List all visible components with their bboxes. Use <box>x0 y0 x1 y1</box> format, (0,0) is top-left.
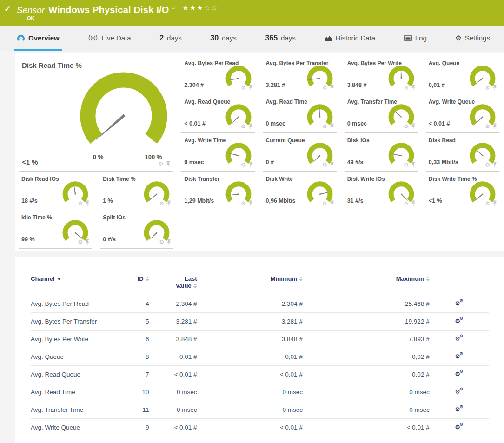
gauge-pin-icon[interactable] <box>166 200 171 206</box>
gauge-settings-gear-icon[interactable]: ⚙ <box>241 123 246 130</box>
tab-live-data[interactable]: Live Data <box>85 26 133 51</box>
priority-stars[interactable]: ★★★☆☆ <box>182 4 218 12</box>
gauge-settings-gear-icon[interactable]: ⚙ <box>241 162 246 168</box>
gauge-settings-gear-icon[interactable]: ⚙ <box>404 162 409 168</box>
channel-gauge[interactable]: Avg. Bytes Per Read 2.304 # ⚙ <box>181 56 255 94</box>
gauge-pin-icon[interactable] <box>411 85 416 91</box>
channel-gauge[interactable]: Avg. Write Time 0 msec ⚙ <box>181 133 255 172</box>
column-header-last-value[interactable]: Last Value <box>149 275 197 295</box>
gauge-pin-icon[interactable] <box>330 162 334 168</box>
gauge-pin-icon[interactable] <box>166 161 171 167</box>
channel-gauge[interactable]: Disk Time % 1 % ⚙ <box>100 172 173 210</box>
gauge-settings-gear-icon[interactable]: ⚙ <box>404 123 409 130</box>
channel-gauge[interactable]: Avg. Queue 0,01 # ⚙ <box>426 56 499 94</box>
favorite-flag-icon[interactable]: ⚐ <box>171 5 176 12</box>
gauge-settings-gear-icon[interactable]: ⚙ <box>322 123 327 130</box>
gauge-pin-icon[interactable] <box>492 200 497 206</box>
channel-gauge[interactable]: Disk Write Time % <1 % ⚙ <box>426 172 499 210</box>
channel-gauge[interactable]: Idle Time % 99 % ⚙ <box>19 210 92 249</box>
gauge-pin-icon[interactable] <box>330 123 334 129</box>
sort-icon <box>426 277 430 282</box>
gauge-pin-icon[interactable] <box>492 123 497 129</box>
sensor-header-bar: ✓ SensorWindows Physical Disk I/O⚐★★★☆☆ … <box>0 0 504 26</box>
cell-channel: Avg. Bytes Per Read <box>31 295 120 313</box>
gauge-settings-gear-icon[interactable]: ⚙ <box>159 161 164 167</box>
tab-historic-data[interactable]: Historic Data <box>321 26 378 51</box>
gauge-pin-icon[interactable] <box>411 200 416 206</box>
gauge-settings-gear-icon[interactable]: ⚙ <box>78 239 83 245</box>
tab-overview[interactable]: Overview <box>14 26 62 51</box>
column-header-minimum[interactable]: Minimum <box>197 275 303 295</box>
gauge-value: 0 msec <box>184 159 204 165</box>
gauge-settings-gear-icon[interactable]: ⚙ <box>241 200 246 207</box>
gauge-settings-gear-icon[interactable]: ⚙ <box>159 200 165 207</box>
gauge-settings-gear-icon[interactable]: ⚙ <box>485 123 490 130</box>
channel-settings-gears-icon[interactable]: ⚙⚙ <box>455 423 463 430</box>
channel-gauge[interactable]: Disk Read 0,33 Mbit/s ⚙ <box>426 133 499 172</box>
gauge-settings-gear-icon[interactable]: ⚙ <box>241 85 246 91</box>
gauge-pin-icon[interactable] <box>492 85 497 91</box>
channel-settings-gears-icon[interactable]: ⚙⚙ <box>455 352 463 360</box>
channel-settings-gears-icon[interactable]: ⚙⚙ <box>455 335 463 342</box>
channel-settings-gears-icon[interactable]: ⚙⚙ <box>455 370 463 377</box>
big-gauge-scale-min: 0 % <box>86 153 110 160</box>
gauge-pin-icon[interactable] <box>330 200 334 206</box>
channel-gauge[interactable]: Avg. Bytes Per Transfer 3.281 # ⚙ <box>263 56 337 94</box>
gauge-pin-icon[interactable] <box>166 239 171 245</box>
gauge-label: Avg. Read Time <box>266 99 307 105</box>
gauge-pin-icon[interactable] <box>248 200 253 206</box>
gauge-pin-icon[interactable] <box>492 162 497 168</box>
channel-gauge[interactable]: Current Queue 0 # ⚙ <box>263 133 337 172</box>
gauge-label: Disk IOs <box>347 137 370 144</box>
column-header-id[interactable]: ID <box>120 275 149 295</box>
gauge-pin-icon[interactable] <box>411 123 416 129</box>
channel-gauge[interactable]: Avg. Write Queue < 0,01 # ⚙ <box>426 94 499 133</box>
big-gauge-disk-read-time[interactable]: Disk Read Time % 0 % 100 % <1 % ⚙ <box>19 56 173 172</box>
tab-30-days[interactable]: 30 days <box>207 26 239 51</box>
channel-gauge[interactable]: Split IOs 0 #/s ⚙ <box>100 210 173 249</box>
gauge-pin-icon[interactable] <box>411 162 416 168</box>
gauge-pin-icon[interactable] <box>248 123 253 129</box>
gauge-pin-icon[interactable] <box>330 85 334 91</box>
gauge-settings-gear-icon[interactable]: ⚙ <box>485 162 490 168</box>
cell-id: 11 <box>120 401 149 419</box>
cell-maximum: 0,02 # <box>303 366 430 383</box>
gauge-settings-gear-icon[interactable]: ⚙ <box>404 200 409 207</box>
channel-settings-gears-icon[interactable]: ⚙⚙ <box>455 388 463 395</box>
gauge-settings-gear-icon[interactable]: ⚙ <box>485 85 490 91</box>
gauge-settings-gear-icon[interactable]: ⚙ <box>485 200 490 207</box>
channel-gauge[interactable]: Avg. Transfer Time 0 msec ⚙ <box>345 94 418 133</box>
gauge-pin-icon[interactable] <box>85 200 90 206</box>
gauge-pin-icon[interactable] <box>248 162 253 168</box>
channel-gauge[interactable]: Avg. Read Queue < 0,01 # ⚙ <box>181 94 255 133</box>
channel-settings-gears-icon[interactable]: ⚙⚙ <box>455 299 463 307</box>
tab-30-days-number: 30 <box>210 34 219 42</box>
column-header-channel[interactable]: Channel <box>31 275 120 295</box>
gauge-settings-gear-icon[interactable]: ⚙ <box>322 200 327 207</box>
gauge-settings-gear-icon[interactable]: ⚙ <box>322 162 327 168</box>
channel-gauge[interactable]: Avg. Read Time 0 msec ⚙ <box>263 94 337 133</box>
channel-gauge[interactable]: Disk IOs 49 #/s ⚙ <box>345 133 418 172</box>
cell-maximum: 25.468 # <box>303 295 430 313</box>
channel-gauge[interactable]: Disk Write IOs 31 #/s ⚙ <box>345 172 418 210</box>
column-header-maximum[interactable]: Maximum <box>303 275 430 295</box>
channel-gauge[interactable]: Disk Transfer 1,29 Mbit/s ⚙ <box>181 172 255 210</box>
gauge-settings-gear-icon[interactable]: ⚙ <box>159 239 165 245</box>
gauge-pin-icon[interactable] <box>85 239 90 245</box>
gauge-value: 31 #/s <box>347 198 364 204</box>
gauge-settings-gear-icon[interactable]: ⚙ <box>404 85 409 91</box>
tab-log[interactable]: Log <box>401 26 430 51</box>
gauge-settings-gear-icon[interactable]: ⚙ <box>78 200 83 207</box>
channel-gauge[interactable]: Disk Write 0,96 Mbit/s ⚙ <box>263 172 337 210</box>
channel-settings-gears-icon[interactable]: ⚙⚙ <box>455 317 463 324</box>
tab-settings[interactable]: ⚙ Settings <box>452 26 493 51</box>
tab-2-days[interactable]: 2 days <box>157 26 185 51</box>
gauge-icon <box>17 34 25 42</box>
tab-365-days[interactable]: 365 days <box>262 26 298 51</box>
gauge-settings-gear-icon[interactable]: ⚙ <box>322 85 327 91</box>
cell-maximum: 19.922 # <box>303 313 430 331</box>
channel-gauge[interactable]: Disk Read IOs 18 #/s ⚙ <box>19 172 92 210</box>
channel-gauge[interactable]: Avg. Bytes Per Write 3.848 # ⚙ <box>345 56 418 94</box>
channel-settings-gears-icon[interactable]: ⚙⚙ <box>455 405 463 413</box>
gauge-pin-icon[interactable] <box>248 85 253 91</box>
